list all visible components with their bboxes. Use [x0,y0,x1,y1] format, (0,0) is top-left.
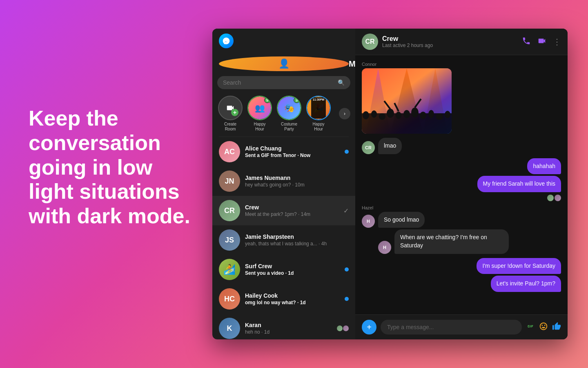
receipt-2 [555,195,561,201]
conv-info-karan: Karan heh no · 1d [245,322,332,335]
chat-input-bar: + Type a message... [355,314,568,339]
story-happy-hour-2[interactable]: 🎉 11:30PM HappyHour [305,96,332,132]
hazel-received-group: H So good lmao H When are we chatting? I… [362,212,561,254]
more-options-button[interactable]: ⋮ [553,37,561,47]
unread-dot-alice [345,150,349,154]
msg-bubble-hahahah: hahahah [527,158,561,175]
conv-info-jamie: Jamie Sharpsteen yeah, thats what I was … [245,233,349,247]
chat-name: Crew [382,35,522,43]
conv-name-karan: Karan [245,322,332,328]
create-room-avatar: + [218,96,243,120]
conv-name-jamie: Jamie Sharpsteen [245,233,349,240]
conversation-item-james[interactable]: JN James Nuemann hey what's going on? · … [212,166,355,196]
read-receipts [547,195,561,201]
user-avatar[interactable]: 👤 [219,56,349,71]
unread-dot-surfcrew [345,267,349,272]
story-avatar-happy-hour-2: 🎉 11:30PM [306,96,331,120]
conv-info-james: James Nuemann hey what's going on? · 10m [245,175,349,188]
conv-preview-james: hey what's going on? · 10m [245,182,349,188]
svg-point-6 [371,110,377,118]
message-group-connor: Connor [362,62,561,134]
chat-header-actions: ⋮ [522,36,561,47]
story-label-happy-hour-2: HappyHour [313,122,325,132]
story-avatar-costume-party: 🎭 3 [277,96,301,120]
conversation-list: AC Alice Chuang Sent a GIF from Tenor · … [212,137,355,339]
read-receipt-karan [337,325,349,331]
conv-info-hailey: Hailey Cook omg lol no way what? · 1d [245,292,340,305]
svg-point-10 [403,110,410,118]
chat-header: CR Crew Last active 2 hours ago ⋮ [355,29,568,55]
search-icon: 🔍 [338,79,345,86]
msg-bubble-chatting: When are we chatting? I'm free on Saturd… [394,229,509,254]
svg-point-13 [428,110,434,118]
msg-bubble-invite-paul: Let's invite Paul? 1pm? [491,276,561,292]
conv-info-crew: Crew Meet at the park? 1pm? · 14m [245,204,339,217]
add-attachment-button[interactable]: + [362,320,376,334]
search-bar[interactable]: 🔍 [217,76,350,89]
chat-header-avatar: CR [362,34,378,50]
chat-status: Last active 2 hours ago [382,43,522,48]
conversation-item-jamie[interactable]: JS Jamie Sharpsteen yeah, thats what I w… [212,225,355,255]
phone-call-button[interactable] [522,36,531,47]
conv-name-james: James Nuemann [245,175,349,181]
message-row-lmao: CR lmao [362,138,561,154]
concert-image [362,68,452,134]
conv-preview-hailey: omg lol no way what? · 1d [245,300,340,305]
message-row-so-good: H So good lmao [362,212,425,228]
msg-bubble-down-saturday: I'm super !down for Saturday [477,258,561,274]
hero-heading: Keep the conversation going in low light… [29,106,200,229]
svg-point-14 [436,113,443,120]
message-row-chatting: H When are we chatting? I'm free on Satu… [378,229,509,254]
stories-next-button[interactable]: › [339,108,350,119]
avatar-alice: AC [219,141,240,162]
conv-name-crew: Crew [245,204,339,211]
conversation-item-crew[interactable]: CR Crew Meet at the park? 1pm? · 14m ✓ [212,196,355,225]
conv-preview-surfcrew: Sent you a video · 1d [245,270,340,276]
conv-preview-karan: heh no · 1d [245,329,332,335]
search-input[interactable] [223,79,338,86]
avatar-crew: CR [219,200,240,221]
msg-avatar-crew: CR [362,141,375,154]
like-button[interactable] [552,322,561,333]
avatar-hailey: HC [219,288,240,310]
msg-avatar-hazel-2: H [378,241,391,254]
input-actions [526,322,561,333]
chat-header-info: Crew Last active 2 hours ago [382,35,522,48]
app-window: 👤 Messenger 🔍 [212,29,568,339]
sent-group-hahahah: hahahah My friend Sarah will love this [362,158,561,201]
conversation-item-alice[interactable]: AC Alice Chuang Sent a GIF from Tenor · … [212,137,355,166]
avatar-karan: K [219,318,240,339]
story-avatar-happy-hour-1: 👥 5 [247,96,272,120]
conversation-item-hailey[interactable]: HC Hailey Cook omg lol no way what? · 1d [212,284,355,314]
avatar-jamie: JS [219,229,240,251]
svg-point-12 [420,112,426,119]
svg-point-5 [363,111,369,119]
messenger-logo-icon [219,34,234,48]
avatar-james: JN [219,171,240,192]
conv-name-surfcrew: Surf Crew [245,263,340,269]
conversation-item-karan[interactable]: K Karan heh no · 1d [212,314,355,339]
unread-dot-hailey [345,297,349,301]
video-call-button[interactable] [537,36,546,47]
messenger-panel: 👤 Messenger 🔍 [212,29,355,339]
story-happy-hour-1[interactable]: 👥 5 HappyHour [247,96,273,132]
conv-preview-jamie: yeah, thats what I was talking a... · 4h [245,241,349,247]
svg-point-7 [379,113,385,120]
chat-messages: Connor [355,55,568,314]
emoji-button[interactable] [539,322,548,333]
conv-info-alice: Alice Chuang Sent a GIF from Tenor · Now [245,145,340,158]
msg-avatar-hazel: H [362,215,375,228]
stories-row: + CreateRoom 👥 5 HappyHour [212,93,355,137]
story-label-happy-hour-1: HappyHour [254,122,266,132]
msg-bubble-lmao: lmao [378,138,402,154]
gif-button[interactable] [526,322,535,333]
conversation-item-surfcrew[interactable]: 🏄 Surf Crew Sent you a video · 1d [212,255,355,284]
message-input-field[interactable]: Type a message... [381,320,522,334]
messenger-topbar [212,29,355,53]
svg-point-9 [396,112,401,119]
create-room-story[interactable]: + CreateRoom [217,96,243,132]
messenger-header: 👤 Messenger [212,53,355,76]
story-costume-party[interactable]: 🎭 3 CostumeParty [276,96,302,132]
delivered-check-crew: ✓ [343,207,349,215]
sender-label-connor: Connor [362,62,561,67]
